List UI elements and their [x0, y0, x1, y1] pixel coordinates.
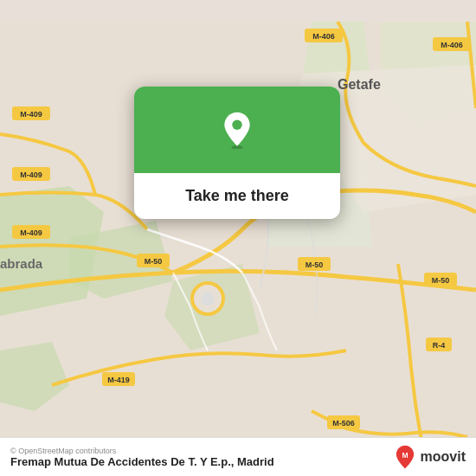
svg-text:M-50: M-50 — [432, 276, 450, 285]
svg-text:M-50: M-50 — [306, 261, 324, 269]
svg-text:Getafe: Getafe — [338, 77, 381, 92]
svg-text:M-409: M-409 — [20, 228, 42, 237]
svg-text:M: M — [402, 451, 408, 460]
moovit-pin-icon: M — [393, 445, 417, 469]
svg-text:M-409: M-409 — [20, 170, 42, 179]
moovit-text: moovit — [421, 449, 466, 465]
moovit-logo: M moovit — [393, 445, 466, 469]
svg-text:M-406: M-406 — [441, 41, 463, 49]
popup-card[interactable]: Take me there — [134, 87, 340, 219]
map-svg: M-406 M-409 M-409 M-409 M-50 M-50 M-50 M… — [0, 0, 476, 476]
map-container: M-406 M-409 M-409 M-409 M-50 M-50 M-50 M… — [0, 0, 476, 476]
place-name: Fremap Mutua De Accidentes De T. Y E.p.,… — [10, 455, 274, 468]
svg-text:R-4: R-4 — [433, 341, 446, 350]
svg-text:M-50: M-50 — [145, 257, 163, 266]
take-me-there-button[interactable]: Take me there — [134, 173, 340, 219]
svg-text:M-506: M-506 — [332, 419, 355, 428]
copyright-text: © OpenStreetMap contributors — [10, 447, 274, 455]
svg-text:M-409: M-409 — [20, 110, 42, 119]
svg-text:abrada: abrada — [0, 256, 43, 271]
popup-header — [134, 87, 340, 173]
bottom-info: © OpenStreetMap contributors Fremap Mutu… — [10, 447, 274, 468]
svg-text:M-406: M-406 — [312, 32, 335, 41]
bottom-bar: © OpenStreetMap contributors Fremap Mutu… — [0, 437, 476, 476]
svg-point-10 — [201, 292, 215, 306]
location-pin-icon — [218, 111, 256, 149]
svg-text:M-419: M-419 — [107, 376, 130, 384]
svg-point-36 — [232, 120, 241, 130]
